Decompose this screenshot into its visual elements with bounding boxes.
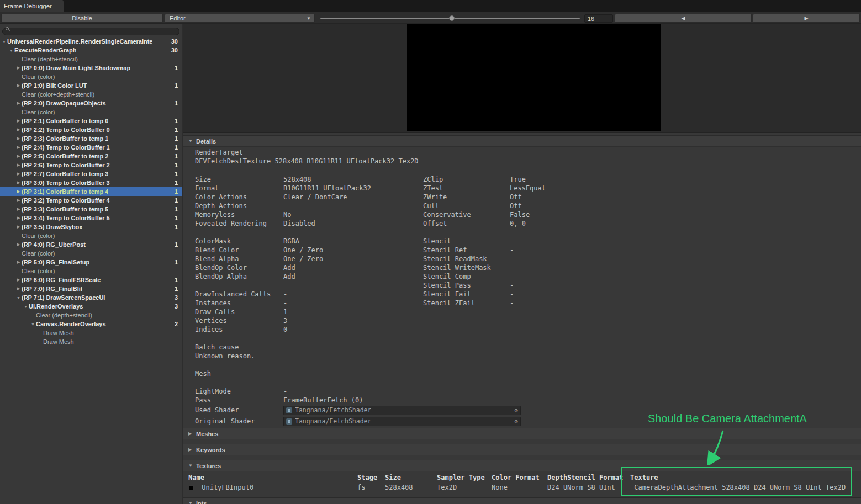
tree-indent <box>0 156 15 157</box>
tree-foldout-icon[interactable]: ▶ <box>15 216 22 220</box>
tree-row[interactable]: ▶ (RP 2:5) ColorBuffer to temp 2 1 <box>0 152 182 161</box>
tree-row[interactable]: ▶ (RP 2:3) ColorBuffer to temp 1 1 <box>0 134 182 143</box>
tree-row[interactable]: Clear (depth+stencil) <box>0 311 182 320</box>
tree-row[interactable]: ▶ (RP 1:0) Blit Color LUT 1 <box>0 81 182 90</box>
tree-row-label: Canvas.RenderOverlays <box>36 321 106 327</box>
tree-foldout-icon[interactable]: ▶ <box>15 163 22 167</box>
search-input[interactable] <box>2 28 179 35</box>
frame-slider[interactable] <box>319 14 581 23</box>
tree-foldout-icon[interactable]: ▶ <box>15 83 22 88</box>
tree-foldout-icon[interactable]: ▶ <box>15 145 22 150</box>
disable-button[interactable]: Disable <box>1 14 163 23</box>
tree-row[interactable]: ▼ (RP 7:1) DrawScreenSpaceUI 3 <box>0 293 182 302</box>
tree-row[interactable]: Draw Mesh <box>0 328 182 337</box>
tree-foldout-icon[interactable]: ▼ <box>1 40 7 44</box>
texture-depthstencil-format: D24_UNorm_S8_UInt <box>547 484 630 491</box>
tree-row[interactable]: ▶ (RP 6:0) RG_FinalFSRScale 1 <box>0 275 182 284</box>
slider-handle[interactable] <box>449 15 455 21</box>
tree-foldout-icon[interactable]: ▶ <box>15 225 22 229</box>
detail-value: 0, 0 <box>510 220 526 227</box>
detail-value: B10G11R11_UFloatPack32 <box>283 184 371 192</box>
tree-row-count: 1 <box>175 135 182 142</box>
tree-row[interactable]: ▶ (RP 5:0) RG_FinalSetup 1 <box>0 258 182 267</box>
tree-row[interactable]: ▶ (RP 2:4) Temp to ColorBuffer 1 1 <box>0 143 182 152</box>
tree-foldout-icon[interactable]: ▶ <box>15 198 22 203</box>
tree-row[interactable]: ▶ (RP 3:2) Temp to ColorBuffer 4 1 <box>0 196 182 205</box>
tree-row[interactable]: ▼ UniversalRenderPipeline.RenderSingleCa… <box>0 37 182 46</box>
texture-row[interactable]: _UnityFBInput0 fs 528x408 Tex2D None D24… <box>188 482 855 492</box>
previous-event-button[interactable]: ◀ <box>615 14 752 23</box>
object-picker-icon[interactable]: ⊙ <box>514 407 518 414</box>
tree-foldout-icon[interactable]: ▶ <box>15 66 22 70</box>
tree-row[interactable]: ▼ Canvas.RenderOverlays 2 <box>0 320 182 328</box>
tree-row[interactable]: Clear (color) <box>0 108 182 116</box>
object-picker-icon[interactable]: ⊙ <box>514 418 518 425</box>
tree-row[interactable]: ▶ (RP 3:3) ColorBuffer to temp 5 1 <box>0 205 182 214</box>
tree-row[interactable]: ▼ ExecuteRenderGraph 30 <box>0 46 182 55</box>
tree-row-label: (RP 2:3) ColorBuffer to temp 1 <box>22 135 108 142</box>
tree-foldout-icon[interactable]: ▶ <box>15 189 22 194</box>
tree-foldout-icon[interactable]: ▶ <box>15 128 22 132</box>
tree-row-count: 1 <box>175 206 182 213</box>
tree-foldout-icon[interactable]: ▶ <box>15 242 22 247</box>
tree-row[interactable]: ▶ (RP 3:4) Temp to ColorBuffer 5 1 <box>0 214 182 222</box>
tree-row[interactable]: ▶ (RP 2:1) ColorBuffer to temp 0 1 <box>0 116 182 125</box>
tree-row[interactable]: ▶ (RP 4:0) RG_UberPost 1 <box>0 240 182 249</box>
tree-row[interactable]: ▼ UI.RenderOverlays 3 <box>0 302 182 311</box>
tree-foldout-icon[interactable]: ▶ <box>15 287 22 291</box>
meshes-foldout[interactable]: ▶ Meshes <box>183 428 861 439</box>
texture-name: _UnityFBInput0 <box>198 484 253 491</box>
tree-row[interactable]: ▶ (RP 2:6) Temp to ColorBuffer 2 1 <box>0 161 182 169</box>
tree-row[interactable]: Clear (color) <box>0 267 182 275</box>
tree-foldout-icon[interactable]: ▶ <box>15 172 22 176</box>
tree-foldout-icon[interactable]: ▶ <box>15 278 22 282</box>
tree-row-count: 1 <box>175 224 182 230</box>
texture-attachment-name: _CameraDepthAttachment_528x408_D24_UNorm… <box>630 484 855 491</box>
tree-foldout-icon[interactable]: ▶ <box>15 260 22 264</box>
tree-row-count: 1 <box>175 153 182 160</box>
target-dropdown[interactable]: Editor ▼ <box>165 14 315 23</box>
tree-row-count: 30 <box>171 47 182 54</box>
tree-foldout-icon[interactable]: ▼ <box>15 296 22 300</box>
texture-color-swatch <box>189 485 194 490</box>
tree-row[interactable]: ▶ (RP 2:2) Temp to ColorBuffer 0 1 <box>0 125 182 134</box>
tree-row[interactable]: ▶ (RP 7:0) RG_FinalBlit 1 <box>0 284 182 293</box>
detail-label: Batch cause <box>195 343 283 351</box>
tree-row[interactable]: ▶ (RP 0:0) Draw Main Light Shadowmap 1 <box>0 63 182 72</box>
tree-row[interactable]: ▶ (RP 3:0) Temp to ColorBuffer 3 1 <box>0 178 182 187</box>
texture-name-cell: _UnityFBInput0 <box>188 484 357 491</box>
frame-debugger-tab[interactable]: Frame Debugger <box>0 0 64 12</box>
tree-row[interactable]: Clear (color) <box>0 231 182 240</box>
tree-row[interactable]: Draw Mesh <box>0 337 182 346</box>
tree-foldout-icon[interactable]: ▶ <box>15 119 22 123</box>
details-foldout[interactable]: ▼ Details <box>183 135 861 147</box>
tree-row[interactable]: ▶ (RP 3:5) DrawSkybox 1 <box>0 222 182 231</box>
ints-foldout[interactable]: ▼ Ints <box>183 497 861 504</box>
tree-row[interactable]: Clear (color) <box>0 249 182 258</box>
tree-foldout-icon[interactable]: ▶ <box>15 181 22 185</box>
tree-row[interactable]: Clear (color+depth+stencil) <box>0 90 182 99</box>
shader-object-field[interactable]: S Tangnana/FetchShader ⊙ <box>283 406 521 415</box>
tree-row[interactable]: Clear (depth+stencil) <box>0 55 182 63</box>
tree-foldout-icon[interactable]: ▼ <box>30 322 36 326</box>
tree-foldout-icon[interactable]: ▶ <box>15 207 22 211</box>
tree-foldout-icon[interactable]: ▼ <box>23 305 29 309</box>
next-event-button[interactable]: ▶ <box>753 14 860 23</box>
shader-object-field[interactable]: S Tangnana/FetchShader ⊙ <box>283 417 521 426</box>
tree-indent <box>0 333 37 333</box>
textures-foldout[interactable]: ▼ Textures <box>183 460 861 471</box>
detail-row: LightMode - <box>195 387 371 396</box>
keywords-foldout[interactable]: ▶ Keywords <box>183 444 861 455</box>
tree-row[interactable]: ▶ (RP 2:0) DrawOpaqueObjects 1 <box>0 99 182 108</box>
tree-row[interactable]: Clear (color) <box>0 72 182 81</box>
search-bar <box>0 24 182 35</box>
tree-foldout-icon[interactable]: ▶ <box>15 154 22 158</box>
frame-number-field[interactable] <box>584 14 613 23</box>
tree-foldout-icon[interactable]: ▶ <box>15 101 22 105</box>
detail-label: Stencil Fail <box>423 290 510 298</box>
tree-row[interactable]: ▶ (RP 3:1) ColorBuffer to temp 4 1 <box>0 187 182 196</box>
detail-value: True <box>510 176 526 183</box>
tree-row[interactable]: ▶ (RP 2:7) ColorBuffer to temp 3 1 <box>0 169 182 178</box>
tree-foldout-icon[interactable]: ▶ <box>15 136 22 141</box>
tree-foldout-icon[interactable]: ▼ <box>8 49 14 52</box>
